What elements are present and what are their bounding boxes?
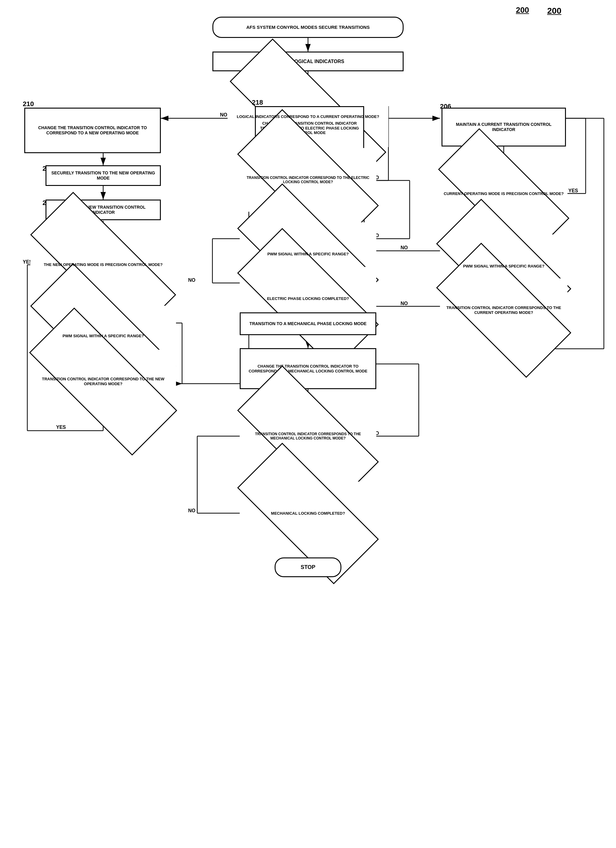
label-209-no: NO	[401, 245, 408, 251]
node-208: TRANSITION CONTROL INDICATOR CORRESPONDS…	[440, 279, 567, 342]
diagram-container: 200	[0, 0, 616, 848]
node-228: CHANGE THE TRANSITION CONTROL INDICATOR …	[240, 348, 376, 389]
label-216-yes: YES	[56, 425, 66, 430]
stop-node: STOP	[275, 557, 341, 577]
label-208-no: NO	[401, 301, 408, 306]
node-210: CHANGE THE TRANSITION CONTROL INDICATOR …	[24, 108, 161, 153]
num-218: 218	[252, 99, 263, 107]
node-202: OBTAIN LOGICAL INDICATORS	[212, 52, 404, 71]
label-204-no: NO	[220, 112, 227, 118]
page-title: 200	[547, 6, 561, 16]
node-232: MECHANICAL LOCKING COMPLETED?	[240, 482, 376, 545]
start-node: AFS SYSTEM CONYROL MODES SECURE TRANSITI…	[212, 17, 404, 38]
node-207: CURRENT OPERATING MODE IS PRECISION CONT…	[440, 165, 567, 223]
node-216: TRANSITION CONTROL INDICATOR CORRESPOND …	[30, 350, 176, 414]
node-212: SECURELY TRANSITION TO THE NEW OPERATING…	[46, 165, 161, 186]
label-207-yes: YES	[569, 188, 578, 194]
node-206: MAINTAIN A CURRENT TRANSITION CONTROL IN…	[441, 108, 566, 147]
node-220: TRANSITION CONTROL INDICATOR CORRESPOND …	[240, 148, 376, 212]
label-224-no: NO	[188, 277, 195, 283]
num-210: 210	[23, 100, 34, 108]
label-232-no: NO	[188, 508, 195, 513]
diagram-title: 200	[516, 6, 529, 15]
node-226: TRANSITION TO A MECHANICAL PHASE LOCKING…	[240, 312, 376, 335]
node-230: TRANSITION CONTROL INDICATOR CORRESPONDS…	[240, 404, 376, 468]
